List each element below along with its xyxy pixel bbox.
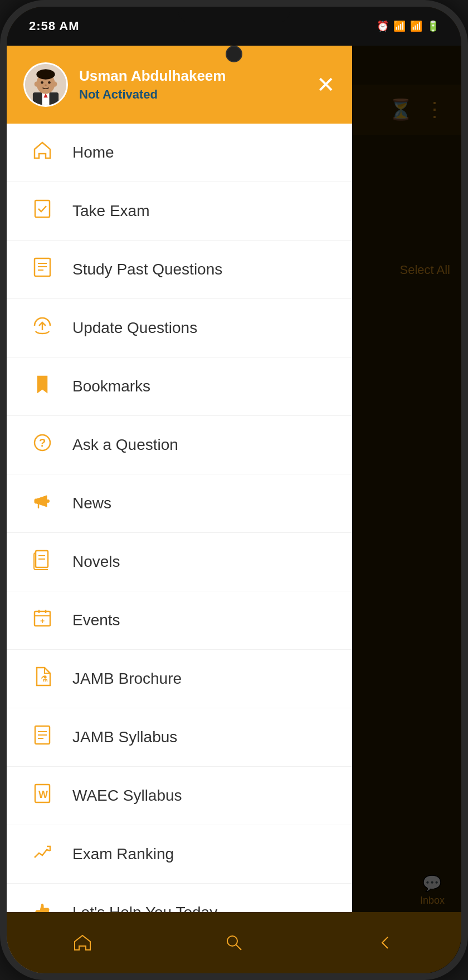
menu-label-events: Events: [72, 611, 120, 629]
svg-point-6: [48, 81, 51, 84]
svg-rect-11: [35, 200, 50, 217]
menu-label-update-questions: Update Questions: [72, 319, 197, 337]
drawer-dim-overlay[interactable]: [352, 46, 461, 973]
bookmarks-icon: [29, 373, 56, 400]
menu-item-jamb-syllabus[interactable]: JAMB Syllabus: [7, 708, 352, 767]
events-icon: +: [29, 607, 56, 634]
menu-item-take-exam[interactable]: Take Exam: [7, 182, 352, 241]
menu-list: Home Take Exam: [7, 124, 352, 973]
menu-label-novels: Novels: [72, 553, 120, 571]
study-past-questions-icon: [29, 256, 56, 283]
novels-icon: [29, 548, 56, 575]
svg-text:⚗: ⚗: [41, 674, 48, 683]
menu-label-waec-syllabus: WAEC Syllabus: [72, 787, 182, 805]
svg-line-36: [236, 945, 241, 950]
waec-syllabus-icon: W: [29, 782, 56, 809]
news-icon: [29, 490, 56, 517]
svg-point-8: [35, 81, 38, 86]
navigation-drawer: Usman Abdulhakeem Not Activated ✕ Home: [7, 46, 352, 973]
svg-text:?: ?: [39, 437, 46, 449]
svg-text:W: W: [38, 789, 48, 800]
signal-icon: 📶: [410, 20, 422, 32]
menu-item-ask-a-question[interactable]: ? Ask a Question: [7, 416, 352, 474]
alarm-icon: ⏰: [377, 20, 389, 32]
menu-item-exam-ranking[interactable]: Exam Ranking: [7, 825, 352, 884]
menu-label-jamb-syllabus: JAMB Syllabus: [72, 728, 177, 746]
menu-label-news: News: [72, 494, 111, 512]
drawer-user-section: Usman Abdulhakeem Not Activated: [23, 62, 226, 107]
camera-notch: [226, 46, 242, 62]
menu-item-bookmarks[interactable]: Bookmarks: [7, 357, 352, 416]
user-status: Not Activated: [79, 87, 226, 102]
menu-item-events[interactable]: + Events: [7, 591, 352, 650]
menu-item-novels[interactable]: Novels: [7, 533, 352, 591]
drawer-header: Usman Abdulhakeem Not Activated ✕: [7, 46, 352, 124]
svg-point-35: [227, 936, 237, 946]
menu-item-waec-syllabus[interactable]: W WAEC Syllabus: [7, 767, 352, 825]
svg-point-9: [53, 81, 57, 86]
menu-item-home[interactable]: Home: [7, 124, 352, 182]
menu-label-study-past-questions: Study Past Questions: [72, 261, 222, 278]
menu-label-exam-ranking: Exam Ranking: [72, 845, 174, 863]
svg-point-18: [46, 499, 50, 503]
wifi-icon: 📶: [393, 20, 406, 32]
take-exam-icon: [29, 198, 56, 224]
ask-question-icon: ?: [29, 432, 56, 458]
svg-point-7: [45, 85, 47, 86]
drawer-close-button[interactable]: ✕: [316, 74, 335, 96]
svg-point-5: [41, 81, 43, 84]
menu-label-take-exam: Take Exam: [72, 202, 150, 220]
battery-icon: 🔋: [427, 20, 439, 32]
bottom-search-icon[interactable]: [224, 933, 244, 953]
bottom-back-icon[interactable]: [376, 933, 396, 953]
menu-item-update-questions[interactable]: Update Questions: [7, 299, 352, 357]
exam-ranking-icon: [29, 841, 56, 868]
user-avatar: [23, 62, 68, 107]
phone-shell: 2:58 AM ⏰ 📶 📶 🔋 ⏳ ⋮ Select All: [0, 0, 468, 980]
menu-item-study-past-questions[interactable]: Study Past Questions: [7, 241, 352, 299]
menu-label-home: Home: [72, 144, 114, 161]
status-icons: ⏰ 📶 📶 🔋: [377, 20, 439, 32]
home-icon: [29, 139, 56, 166]
menu-label-bookmarks: Bookmarks: [72, 378, 150, 395]
jamb-syllabus-icon: [29, 724, 56, 751]
user-name: Usman Abdulhakeem: [79, 67, 226, 85]
update-questions-icon: [29, 315, 56, 341]
screen: 2:58 AM ⏰ 📶 📶 🔋 ⏳ ⋮ Select All: [7, 7, 461, 973]
menu-item-jamb-brochure[interactable]: ⚗ JAMB Brochure: [7, 650, 352, 708]
jamb-brochure-icon: ⚗: [29, 665, 56, 692]
menu-item-news[interactable]: News: [7, 474, 352, 533]
svg-point-10: [36, 69, 55, 80]
menu-label-jamb-brochure: JAMB Brochure: [72, 670, 182, 688]
time-display: 2:58 AM: [29, 19, 80, 33]
status-bar: 2:58 AM ⏰ 📶 📶 🔋: [7, 7, 461, 46]
menu-label-ask-a-question: Ask a Question: [72, 436, 178, 454]
svg-text:+: +: [40, 616, 45, 625]
bottom-navigation: [7, 912, 461, 973]
bottom-home-icon[interactable]: [72, 933, 92, 953]
user-info: Usman Abdulhakeem Not Activated: [79, 67, 226, 101]
